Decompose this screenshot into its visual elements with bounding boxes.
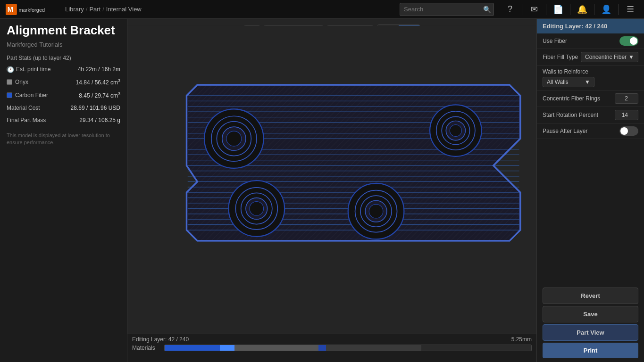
- concentric-rings-label: Concentric Fiber Rings: [543, 95, 600, 102]
- use-fiber-toggle[interactable]: [619, 36, 638, 46]
- documents-button[interactable]: 📄: [550, 1, 566, 17]
- part-subtitle: Markforged Tutorials: [7, 41, 120, 48]
- main-layout: Alignment Bracket Markforged Tutorials P…: [0, 19, 644, 362]
- onyx-dot: [7, 79, 12, 85]
- search-icon: 🔍: [483, 6, 491, 13]
- nav-sep4: [570, 4, 570, 15]
- start-rotation-label: Start Rotation Percent: [543, 112, 598, 118]
- walls-reinforce-value: All Walls: [547, 79, 569, 85]
- carbon-dot: [7, 92, 12, 98]
- stat-row-mass: Final Part Mass 29.34 / 106.25 g: [7, 116, 120, 124]
- stat-label-carbon: Carbon Fiber: [15, 92, 48, 99]
- materials-label: Materials: [132, 345, 160, 351]
- pause-after-toggle[interactable]: [619, 126, 638, 136]
- markforged-logo: M markforged: [6, 4, 58, 15]
- stat-value-carbon: 8.45 / 29.74 cm3: [79, 91, 120, 99]
- revert-button[interactable]: Revert: [543, 288, 638, 304]
- nav-sep3: [546, 4, 546, 15]
- svg-point-46: [250, 202, 264, 216]
- breadcrumb-part[interactable]: Part: [89, 6, 100, 13]
- pause-after-row: Pause After Layer: [537, 123, 644, 139]
- editing-layer-label: Editing Layer: 42 / 240: [132, 336, 189, 343]
- materials-bar: [164, 345, 532, 351]
- stat-label-mass: Final Part Mass: [7, 117, 46, 123]
- nav-sep2: [522, 4, 522, 15]
- svg-text:M: M: [8, 6, 13, 13]
- stat-value-cost: 28.69 / 101.96 USD: [71, 105, 120, 111]
- mat-seg-4: [318, 345, 326, 351]
- stat-left-onyx: Onyx: [7, 79, 28, 85]
- stat-row-print-time: 🕐 Est. print time 4h 22m / 16h 2m: [7, 65, 120, 74]
- stat-row-onyx: Onyx 14.84 / 56.42 cm3: [7, 77, 120, 87]
- svg-point-36: [226, 131, 242, 146]
- right-panel: Editing Layer: 42 / 240 Use Fiber Fiber …: [536, 19, 644, 362]
- nav-sep5: [594, 4, 594, 15]
- breadcrumb-sep2: /: [102, 6, 104, 13]
- svg-text:markforged: markforged: [19, 7, 45, 12]
- walls-reinforce-chevron: ▼: [585, 79, 590, 85]
- part-stats-title: Part Stats (up to layer 42): [7, 55, 120, 61]
- concentric-rings-row: Concentric Fiber Rings: [537, 90, 644, 107]
- stat-label-print-time: Est. print time: [16, 66, 50, 73]
- save-button[interactable]: Save: [543, 306, 638, 322]
- viewport: 🔧 Get Support 👁 Visibility 2D 3D: [127, 19, 536, 362]
- part-title: Alignment Bracket: [7, 24, 120, 37]
- start-rotation-input[interactable]: [615, 110, 638, 120]
- stat-value-mass: 29.34 / 106.25 g: [79, 117, 120, 123]
- breadcrumb-library[interactable]: Library: [65, 6, 84, 13]
- part-canvas: [127, 19, 536, 334]
- mat-seg-3: [234, 345, 319, 351]
- stat-value-onyx: 14.84 / 56.42 cm3: [76, 78, 120, 86]
- start-rotation-row: Start Rotation Percent: [537, 107, 644, 123]
- stat-label-onyx: Onyx: [15, 79, 28, 85]
- top-nav: M markforged Library / Part / Internal V…: [0, 0, 644, 19]
- fiber-fill-type-dropdown[interactable]: Concentric Fiber ▼: [581, 52, 638, 62]
- nav-right: 🔍 ? ✉ 📄 🔔 👤 ☰: [400, 1, 638, 17]
- use-fiber-label: Use Fiber: [543, 38, 567, 44]
- walls-reinforce-dropdown[interactable]: All Walls ▼: [543, 77, 594, 87]
- left-panel: Alignment Bracket Markforged Tutorials P…: [0, 19, 127, 362]
- toggle-slider-on: [619, 36, 638, 46]
- layer-info-row: Editing Layer: 42 / 240 5.25mm: [132, 336, 532, 343]
- print-button[interactable]: Print: [543, 343, 638, 358]
- toggle-slider-off: [619, 126, 638, 136]
- stat-row-carbon: Carbon Fiber 8.45 / 29.74 cm3: [7, 90, 120, 100]
- concentric-rings-input[interactable]: [615, 93, 638, 104]
- breadcrumb-sep1: /: [86, 6, 88, 13]
- walls-reinforce-row: Walls to Reinforce All Walls ▼: [537, 66, 644, 90]
- walls-reinforce-label: Walls to Reinforce: [543, 68, 588, 75]
- notifications-button[interactable]: 🔔: [574, 1, 590, 17]
- search-box: 🔍: [400, 3, 494, 16]
- stat-label-cost: Material Cost: [7, 105, 40, 111]
- part-view-button[interactable]: Part View: [543, 324, 638, 341]
- clock-icon: 🕐: [7, 66, 13, 73]
- bottom-bar: Editing Layer: 42 / 240 5.25mm Materials: [127, 334, 536, 362]
- svg-point-51: [369, 204, 383, 218]
- part-3d-view: [127, 19, 536, 334]
- search-input[interactable]: [404, 6, 483, 13]
- scale-label: 5.25mm: [511, 336, 532, 343]
- breadcrumb-internal-view[interactable]: Internal View: [106, 6, 142, 13]
- use-fiber-row: Use Fiber: [537, 33, 644, 49]
- messages-button[interactable]: ✉: [526, 1, 542, 17]
- profile-button[interactable]: 👤: [598, 1, 614, 17]
- pause-after-label: Pause After Layer: [543, 128, 587, 134]
- stat-left-mass: Final Part Mass: [7, 117, 46, 123]
- stat-left-carbon: Carbon Fiber: [7, 92, 48, 99]
- performance-note: This model is displayed at lower resolut…: [7, 132, 120, 147]
- mat-seg-2: [220, 345, 234, 351]
- svg-point-41: [450, 124, 461, 136]
- mat-seg-5: [326, 345, 421, 351]
- stat-value-print-time: 4h 22m / 16h 2m: [78, 66, 120, 73]
- logo: M markforged: [6, 4, 58, 15]
- stat-left-cost: Material Cost: [7, 105, 40, 111]
- nav-sep6: [618, 4, 619, 15]
- mat-seg-1: [165, 345, 220, 351]
- fiber-fill-type-label: Fiber Fill Type: [543, 54, 578, 60]
- help-button[interactable]: ?: [502, 1, 518, 17]
- menu-button[interactable]: ☰: [622, 1, 638, 17]
- panel-bottom: Revert Save Part View Print: [537, 284, 644, 362]
- fiber-fill-type-row: Fiber Fill Type Concentric Fiber ▼: [537, 49, 644, 66]
- editing-header: Editing Layer: 42 / 240: [537, 19, 644, 33]
- fiber-fill-type-value: Concentric Fiber: [585, 54, 627, 60]
